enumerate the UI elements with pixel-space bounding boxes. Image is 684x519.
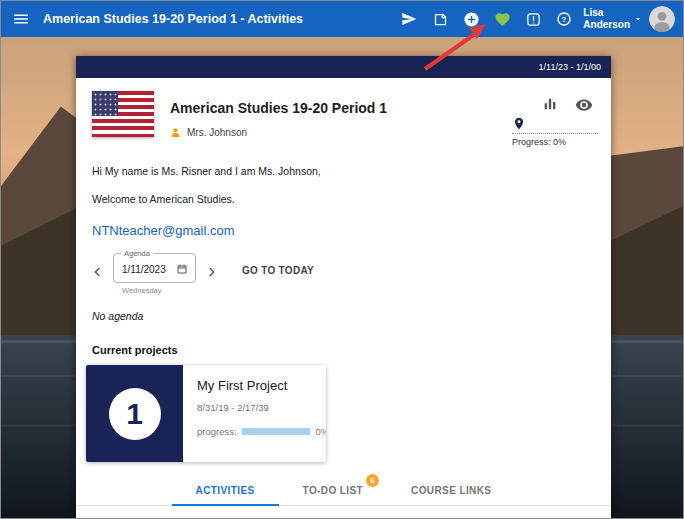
- teacher-row: Mrs. Johnson: [170, 127, 387, 138]
- chart-icon[interactable]: [542, 96, 558, 114]
- agenda-controls: Agenda 1/11/2023 Wednesday GO TO TODAY: [89, 253, 595, 295]
- screen: American Studies 19-20 Period 1 - Activi…: [0, 0, 684, 519]
- project-number: 1: [109, 388, 161, 440]
- calendar-icon[interactable]: [176, 263, 188, 275]
- caret-down-icon: [633, 14, 643, 24]
- user-last-name: Anderson: [583, 19, 630, 32]
- tab-activities[interactable]: ACTIVITIES: [172, 475, 279, 505]
- project-progress-label: progress:: [197, 426, 237, 437]
- app-bar-actions: ?: [400, 10, 573, 28]
- send-icon[interactable]: [400, 10, 418, 28]
- location-pin-icon: [512, 115, 526, 132]
- current-projects-heading: Current projects: [92, 344, 595, 356]
- card-date-range: 1/11/23 - 1/1/00: [539, 62, 601, 72]
- agenda-prev-button[interactable]: [89, 263, 107, 281]
- help-icon[interactable]: ?: [555, 10, 573, 28]
- course-card: 1/11/23 - 1/1/00 American Studies 19-20 …: [76, 56, 611, 518]
- progress-caption: Progress: 0%: [512, 137, 598, 147]
- course-title: American Studies 19-20 Period 1: [170, 100, 387, 116]
- tab-label: ACTIVITIES: [196, 485, 255, 496]
- agenda-date-field[interactable]: Agenda 1/11/2023: [113, 253, 196, 283]
- course-header-info: American Studies 19-20 Period 1 Mrs. Joh…: [170, 91, 387, 138]
- tab-label: COURSE LINKS: [411, 485, 491, 496]
- agenda-label: Agenda: [121, 249, 153, 258]
- course-description-line: Hi My name is Ms. Risner and I am Ms. Jo…: [92, 165, 595, 177]
- hamburger-icon: [12, 10, 30, 28]
- agenda-date-value: 1/11/2023: [122, 264, 166, 275]
- go-to-today-button[interactable]: GO TO TODAY: [242, 265, 314, 276]
- app-bar-title: American Studies 19-20 Period 1 - Activi…: [43, 12, 303, 26]
- add-icon[interactable]: [462, 10, 480, 28]
- user-name: Lisa Anderson: [583, 7, 630, 32]
- user-menu[interactable]: Lisa Anderson: [583, 6, 675, 32]
- note-icon[interactable]: [431, 10, 449, 28]
- progress-indicator: Progress: 0%: [512, 115, 598, 147]
- progress-dotted-line: [512, 133, 598, 134]
- menu-button[interactable]: [11, 9, 31, 29]
- project-title: My First Project: [197, 378, 326, 393]
- project-progress-row: progress: 0%: [197, 426, 326, 437]
- project-progress-value: 0%: [316, 426, 326, 437]
- project-info: My First Project 8/31/19 - 2/17/39 progr…: [183, 365, 326, 462]
- card-body: American Studies 19-20 Period 1 Mrs. Joh…: [76, 78, 611, 518]
- app-bar: American Studies 19-20 Period 1 - Activi…: [1, 1, 683, 37]
- course-description-line: Welcome to American Studies.: [92, 193, 595, 205]
- svg-text:?: ?: [562, 15, 567, 24]
- chevron-left-icon: [90, 264, 106, 280]
- agenda-next-button[interactable]: [202, 263, 220, 281]
- project-progress-bar: [242, 428, 310, 435]
- no-agenda-text: No agenda: [92, 310, 595, 322]
- project-number-tile: 1: [86, 365, 183, 462]
- course-header-actions: [542, 96, 593, 114]
- tab-label: TO-DO LIST: [303, 485, 363, 496]
- person-icon: [170, 127, 181, 138]
- priority-icon[interactable]: [524, 10, 542, 28]
- course-tabs: ACTIVITIES TO-DO LIST 6 COURSE LINKS: [76, 475, 611, 506]
- card-top-strip: 1/11/23 - 1/1/00: [76, 56, 611, 78]
- teacher-name: Mrs. Johnson: [187, 127, 247, 138]
- tab-course-links[interactable]: COURSE LINKS: [387, 475, 515, 505]
- email-link[interactable]: NTNteacher@gmail.com: [92, 223, 235, 238]
- visibility-icon[interactable]: [575, 96, 593, 114]
- agenda-date-wrap: Agenda 1/11/2023 Wednesday: [113, 253, 196, 295]
- course-flag-image: [92, 91, 154, 137]
- heart-icon[interactable]: [493, 10, 511, 28]
- project-dates: 8/31/19 - 2/17/39: [197, 402, 326, 413]
- todo-badge: 6: [366, 474, 379, 487]
- project-card[interactable]: 1 My First Project 8/31/19 - 2/17/39 pro…: [86, 365, 326, 462]
- agenda-weekday: Wednesday: [122, 286, 196, 295]
- chevron-right-icon: [203, 264, 219, 280]
- avatar[interactable]: [649, 6, 675, 32]
- tab-todo-list[interactable]: TO-DO LIST 6: [279, 475, 387, 505]
- user-first-name: Lisa: [583, 7, 630, 20]
